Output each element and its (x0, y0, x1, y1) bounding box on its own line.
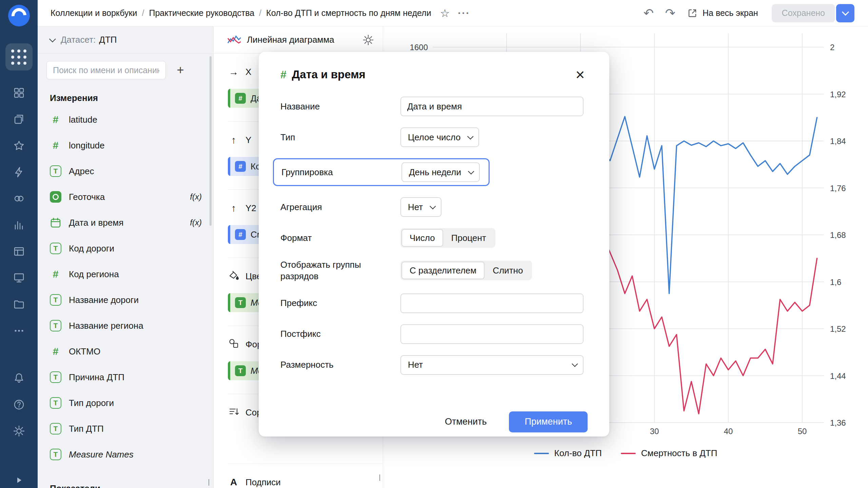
datalens-logo[interactable] (8, 5, 30, 26)
legend-line-red (621, 453, 636, 454)
labels-icon: А (228, 477, 239, 488)
field-search-input[interactable] (46, 61, 166, 79)
apps-grid-icon (11, 49, 26, 65)
field-row[interactable]: # longitude (38, 133, 213, 158)
undo-icon[interactable]: ↶ (644, 7, 654, 19)
app-rail (0, 0, 38, 488)
connections-icon[interactable] (13, 166, 25, 178)
dataset-name[interactable]: ДТП (99, 35, 117, 45)
monitoring-icon[interactable] (13, 272, 25, 284)
add-field-button[interactable]: + (171, 61, 190, 79)
legend-item[interactable]: Смертность в ДТП (621, 448, 717, 459)
field-row[interactable]: # ОКТМО (38, 339, 213, 364)
svg-text:1,52: 1,52 (830, 324, 846, 333)
scroll-more-chevron-icon[interactable] (379, 474, 380, 481)
field-name: latitude (69, 115, 97, 125)
grouping-select[interactable]: День недели (401, 162, 480, 182)
f-button[interactable]: На весь экран (687, 8, 758, 19)
aggregation-label: Агрегация (280, 201, 400, 213)
line-chart-type-icon[interactable] (227, 34, 241, 46)
aggregation-select-value: Нет (408, 202, 423, 212)
section-label: X (245, 67, 251, 77)
scroll-more-chevron-icon[interactable] (209, 479, 209, 485)
digit-groups-option-separator[interactable]: С разделителем (401, 262, 485, 279)
breadcrumb-separator: / (259, 8, 261, 18)
format-segmented-control: Число Процент (400, 228, 495, 248)
chevron-down-icon (468, 168, 474, 174)
svg-text:1,44: 1,44 (830, 371, 846, 381)
formula-badge: f(x) (190, 192, 204, 202)
number-field-icon: # (235, 93, 246, 104)
field-row[interactable]: T Название региона (38, 313, 213, 339)
help-icon[interactable] (13, 399, 25, 411)
name-input[interactable] (400, 97, 584, 116)
chart-type-label[interactable]: Линейная диаграмма (247, 35, 334, 45)
dialog-title: Дата и время (292, 68, 366, 81)
format-label: Формат (280, 232, 400, 244)
datasets-icon[interactable] (13, 245, 25, 258)
field-row[interactable]: T Measure Names (38, 442, 213, 467)
settings-gear-icon[interactable] (13, 425, 25, 437)
favorites-icon[interactable] (13, 140, 25, 152)
close-icon[interactable]: × (573, 67, 588, 82)
collapse-panel-button[interactable] (0, 476, 38, 485)
section-label: Подписи (245, 477, 281, 488)
field-row[interactable]: T Причина ДТП (38, 364, 213, 390)
type-select[interactable]: Целое число (400, 127, 479, 147)
field-row[interactable]: T Код дороги (38, 236, 213, 261)
apply-button[interactable]: Применить (509, 411, 588, 432)
text-field-icon: T (235, 365, 246, 376)
svg-text:1,84: 1,84 (830, 137, 846, 146)
aggregation-select[interactable]: Нет (400, 197, 441, 217)
chart-legend: Кол-во ДТП Смертность в ДТП (383, 448, 868, 459)
legend-line-blue (534, 453, 549, 454)
dimension-select[interactable]: Нет (400, 355, 584, 375)
storage-icon[interactable] (13, 298, 25, 310)
field-row[interactable]: T Адрес (38, 158, 213, 184)
dashboards-icon[interactable] (13, 87, 25, 99)
number-field-icon: # (53, 115, 59, 125)
field-row[interactable]: Геоточка f(x) (38, 184, 213, 210)
scrollbar-thumb[interactable] (210, 56, 212, 226)
svg-text:50: 50 (798, 427, 807, 436)
text-field-icon: T (50, 423, 61, 434)
field-name: Причина ДТП (69, 372, 124, 383)
x-axis-arrow-icon: → (228, 66, 239, 78)
breadcrumb-collections[interactable]: Коллекции и воркбуки (51, 8, 137, 18)
cancel-button[interactable]: Отменить (433, 411, 499, 432)
field-row[interactable]: T Название дороги (38, 287, 213, 313)
svg-text:1,92: 1,92 (830, 90, 846, 99)
number-field-icon: # (235, 161, 246, 172)
breadcrumb-guides[interactable]: Практические руководства (149, 8, 254, 18)
prefix-input[interactable] (400, 293, 584, 313)
type-label: Тип (280, 131, 400, 143)
digit-groups-option-merged[interactable]: Слитно (485, 262, 531, 279)
save-dropdown-button[interactable] (836, 4, 854, 22)
chart-settings-gear-icon[interactable] (362, 34, 374, 46)
redo-icon[interactable]: ↷ (665, 7, 675, 19)
format-option-percent[interactable]: Процент (443, 229, 494, 247)
field-row[interactable]: T Тип дороги (38, 390, 213, 416)
sort-icon (228, 406, 239, 419)
field-row[interactable]: # latitude (38, 107, 213, 133)
field-row[interactable]: # Код региона (38, 261, 213, 287)
save-button[interactable]: Сохранено (772, 4, 835, 22)
legend-item[interactable]: Кол-во ДТП (534, 448, 602, 459)
more-actions-icon[interactable]: ··· (458, 7, 470, 19)
favorite-star-icon[interactable]: ☆ (440, 8, 450, 19)
more-services-icon[interactable] (13, 325, 25, 337)
text-field-icon: T (50, 397, 61, 409)
services-icon[interactable] (13, 192, 25, 205)
field-name: Тип ДТП (69, 424, 104, 434)
postfix-input[interactable] (400, 324, 584, 344)
charts-icon[interactable] (13, 219, 25, 231)
notifications-bell-icon[interactable] (13, 372, 25, 384)
workbooks-icon[interactable] (13, 113, 25, 125)
apps-switcher-button[interactable] (5, 43, 33, 70)
dataset-header[interactable]: Датасет: ДТП (38, 26, 213, 54)
field-row[interactable]: T Тип ДТП (38, 416, 213, 442)
text-field-icon: T (50, 165, 61, 177)
field-name: longitude (69, 140, 105, 151)
format-option-number[interactable]: Число (401, 229, 443, 247)
field-row[interactable]: Дата и время f(x) (38, 210, 213, 236)
